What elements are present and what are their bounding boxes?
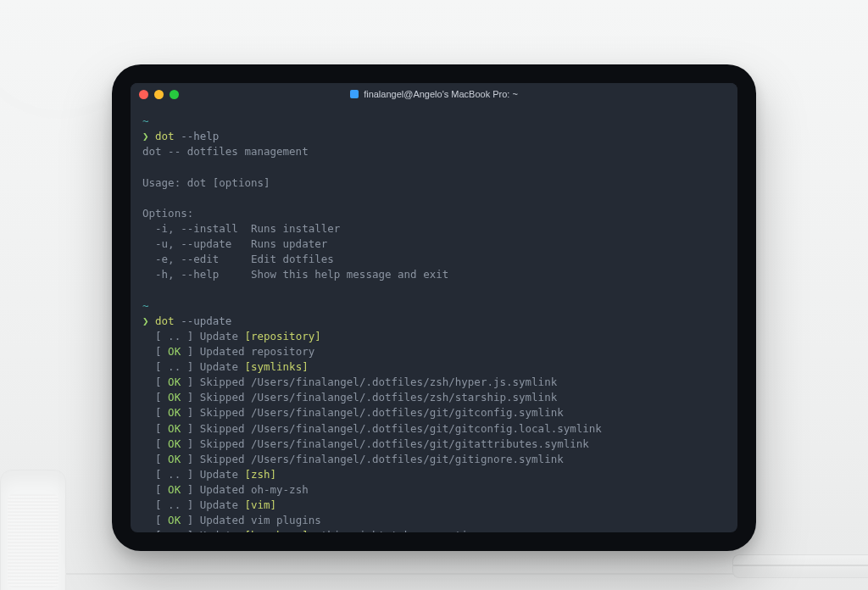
status-ok: OK <box>168 453 181 465</box>
status-pending: .. <box>168 498 181 511</box>
terminal-line: -h, --help Show this help message and ex… <box>142 267 726 282</box>
status-tag: [zsh] <box>244 468 276 481</box>
terminal-line: [ OK ] Updated oh-my-zsh <box>142 482 726 498</box>
status-ok: OK <box>168 376 181 388</box>
terminal-window: finalangel@Angelo's MacBook Pro: ~ ~❯ do… <box>131 83 737 532</box>
terminal-line: Usage: dot [options] <box>142 175 726 191</box>
status-message: Update <box>200 498 245 511</box>
monitor-stand <box>395 539 473 590</box>
terminal-line: [ .. ] Update [homebrew], this might tak… <box>142 528 726 532</box>
status-message: Updated repository <box>200 345 314 358</box>
terminal-line: [ .. ] Update [symlinks] <box>142 359 726 375</box>
status-ok: OK <box>168 437 181 450</box>
terminal-output <box>142 160 149 173</box>
laptop-edge-deco <box>732 554 868 578</box>
terminal-output: -u, --update Runs updater <box>142 237 327 250</box>
terminal-output: Options: <box>142 207 193 220</box>
terminal-line: [ OK ] Skipped /Users/finalangel/.dotfil… <box>142 452 726 467</box>
status-ok: OK <box>168 514 181 526</box>
terminal-line: [ .. ] Update [vim] <box>142 498 726 513</box>
terminal-line: [ .. ] Update [repository] <box>142 329 726 344</box>
command-name: dot <box>155 130 175 142</box>
terminal-line: -u, --update Runs updater <box>142 237 726 252</box>
terminal-line: [ .. ] Update [zsh] <box>142 467 726 482</box>
close-icon[interactable] <box>139 90 148 99</box>
status-message: Skipped /Users/finalangel/.dotfiles/git/… <box>200 406 564 419</box>
status-tag: [vim] <box>244 498 276 511</box>
background-stage: finalangel@Angelo's MacBook Pro: ~ ~❯ do… <box>0 0 868 590</box>
window-title-wrap: finalangel@Angelo's MacBook Pro: ~ <box>131 89 737 99</box>
prompt-caret: ❯ <box>142 130 155 142</box>
terminal-line: dot -- dotfiles management <box>142 144 726 159</box>
status-message: Skipped /Users/finalangel/.dotfiles/zsh/… <box>200 376 557 388</box>
status-tag: [repository] <box>244 330 320 342</box>
status-message: Skipped /Users/finalangel/.dotfiles/git/… <box>200 453 564 465</box>
terminal-line: -e, --edit Edit dotfiles <box>142 252 726 267</box>
status-message: Updated oh-my-zsh <box>200 483 309 496</box>
status-tag: [homebrew] <box>244 529 308 532</box>
terminal-line <box>142 191 726 206</box>
prompt-caret: ❯ <box>142 314 155 327</box>
terminal-line: Options: <box>142 206 726 221</box>
status-ok: OK <box>168 345 181 358</box>
command-name: dot <box>155 314 175 327</box>
terminal-line: [ OK ] Updated repository <box>142 344 726 359</box>
terminal-line: ~ <box>142 298 726 314</box>
terminal-line: [ OK ] Skipped /Users/finalangel/.dotfil… <box>142 437 726 452</box>
window-titlebar[interactable]: finalangel@Angelo's MacBook Pro: ~ <box>131 83 737 105</box>
terminal-output: dot -- dotfiles management <box>142 145 309 158</box>
status-pending: .. <box>168 330 181 342</box>
folder-icon <box>350 90 359 98</box>
terminal-line: -i, --install Runs installer <box>142 221 726 237</box>
status-pending: .. <box>168 468 181 481</box>
command-args: --update <box>175 314 232 327</box>
terminal-line <box>142 159 726 175</box>
terminal-output: -i, --install Runs installer <box>142 222 340 235</box>
status-ok: OK <box>168 406 181 419</box>
status-tag: [symlinks] <box>244 360 308 373</box>
status-message: Skipped /Users/finalangel/.dotfiles/git/… <box>200 422 602 435</box>
status-message-tail: , this might take some time... <box>309 529 500 532</box>
traffic-lights <box>139 90 179 99</box>
terminal-line: [ OK ] Skipped /Users/finalangel/.dotfil… <box>142 375 726 390</box>
status-ok: OK <box>168 391 181 404</box>
status-pending: .. <box>168 360 181 373</box>
status-message: Update <box>200 330 245 342</box>
terminal-line: [ OK ] Updated vim plugins <box>142 513 726 528</box>
prompt-cwd: ~ <box>142 299 149 312</box>
terminal-line: ~ <box>142 114 726 129</box>
terminal-line: [ OK ] Skipped /Users/finalangel/.dotfil… <box>142 405 726 420</box>
terminal-output: -h, --help Show this help message and ex… <box>142 268 448 281</box>
command-args: --help <box>175 130 220 142</box>
monitor-frame: finalangel@Angelo's MacBook Pro: ~ ~❯ do… <box>112 64 756 551</box>
status-ok: OK <box>168 422 181 435</box>
status-message: Skipped /Users/finalangel/.dotfiles/git/… <box>200 437 589 450</box>
status-message: Update <box>200 468 245 481</box>
terminal-line <box>142 282 726 298</box>
terminal-line: [ OK ] Skipped /Users/finalangel/.dotfil… <box>142 421 726 437</box>
terminal-output <box>142 192 149 204</box>
zoom-icon[interactable] <box>170 90 179 99</box>
status-message: Skipped /Users/finalangel/.dotfiles/zsh/… <box>200 391 557 404</box>
prompt-cwd: ~ <box>142 114 149 127</box>
status-ok: OK <box>168 483 181 496</box>
status-pending: .. <box>168 529 181 532</box>
terminal-line: ❯ dot --help <box>142 129 726 144</box>
terminal-output: -e, --edit Edit dotfiles <box>142 253 334 265</box>
terminal-output: Usage: dot [options] <box>142 176 270 189</box>
terminal-line: [ OK ] Skipped /Users/finalangel/.dotfil… <box>142 390 726 405</box>
status-message: Update <box>200 529 245 532</box>
window-title: finalangel@Angelo's MacBook Pro: ~ <box>364 89 518 99</box>
terminal-line: ❯ dot --update <box>142 314 726 329</box>
status-message: Update <box>200 360 245 373</box>
minimize-icon[interactable] <box>154 90 164 99</box>
speaker-deco <box>0 470 66 590</box>
status-message: Updated vim plugins <box>200 514 321 526</box>
terminal-body[interactable]: ~❯ dot --helpdot -- dotfiles management … <box>131 105 737 532</box>
